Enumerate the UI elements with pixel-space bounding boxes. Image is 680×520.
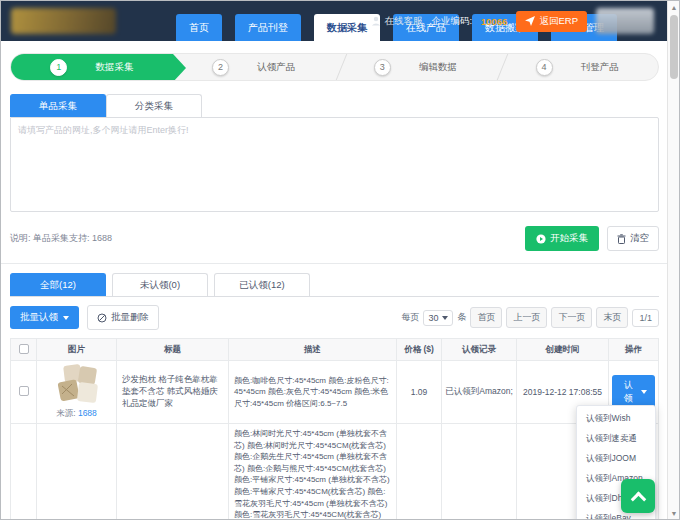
- page-last-button[interactable]: 末页: [596, 307, 628, 328]
- header-title: 标题: [117, 339, 229, 361]
- chevron-down-icon: [641, 390, 647, 394]
- step-separator: [497, 54, 509, 80]
- start-collect-label: 开始采集: [550, 232, 588, 245]
- start-collect-button[interactable]: 开始采集: [525, 226, 599, 251]
- header-price: 价格 ($): [397, 339, 442, 361]
- scroll-up-arrow-icon[interactable]: ▲: [668, 1, 680, 13]
- step-edit-data[interactable]: 3 编辑数据: [335, 54, 497, 80]
- step-separator: [335, 54, 347, 80]
- header-claim-record: 认领记录: [442, 339, 517, 361]
- main-content: 1 数据采集 2 认领产品 3 编辑数据 4 刊登产品 单品采集 分类采集: [1, 41, 668, 520]
- claim-record: 已认领到Amazon;: [445, 386, 513, 396]
- page-indicator: 1/1: [632, 309, 659, 327]
- topbar-right: 在线客服 企业编码: 10066 返回ERP: [371, 1, 654, 41]
- created-time: 2019-12-12 17:08:55: [523, 387, 602, 397]
- page-next-button[interactable]: 下一页: [551, 307, 592, 328]
- per-page-select[interactable]: 30: [423, 310, 453, 326]
- step-publish-products[interactable]: 4 刊登产品: [496, 54, 658, 80]
- tab-all[interactable]: 全部(12): [10, 273, 106, 296]
- tab-unclaimed[interactable]: 未认领(0): [112, 273, 208, 296]
- step-label: 数据采集: [95, 61, 133, 74]
- header-action: 操作: [609, 339, 659, 361]
- batch-claim-label: 批量认领: [20, 311, 58, 324]
- step-label: 认领产品: [257, 61, 295, 74]
- pagination: 每页 30 条 首页 上一页 下一页 末页 1/1: [401, 307, 659, 328]
- products-table: 图片 标题 描述 价格 ($) 认领记录 创建时间 操作: [10, 338, 659, 520]
- header-image: 图片: [37, 339, 117, 361]
- step-label: 刊登产品: [581, 61, 619, 74]
- play-icon: [536, 234, 546, 244]
- per-page-unit: 条: [457, 311, 466, 324]
- batch-claim-button[interactable]: 批量认领: [10, 306, 79, 329]
- product-title: 沙发抱枕 格子纯色靠枕靠垫套不含芯 韩式风格婚庆礼品定做厂家: [122, 374, 218, 408]
- nav-tab-data-collection[interactable]: 数据采集: [314, 14, 380, 41]
- toolbar-left: 批量认领 批量删除: [10, 305, 159, 330]
- header-created: 创建时间: [517, 339, 609, 361]
- product-desc: 颜色:咖啡色尺寸:45*45cm 颜色:皮粉色尺寸:45*45cm 颜色:灰色尺…: [234, 376, 389, 408]
- company-code-label: 企业编码:: [431, 15, 472, 28]
- step-number: 4: [536, 59, 553, 76]
- top-navbar: 首页 产品刊登 数据采集 在线产品 数据搬家 运营管理 在线客服 企业编码: 1…: [1, 1, 668, 41]
- scrollbar-thumb[interactable]: [670, 15, 678, 79]
- result-tabs: 全部(12) 未认领(0) 已认领(12): [10, 273, 659, 297]
- online-service[interactable]: 在线客服: [371, 15, 422, 28]
- clear-button[interactable]: 清空: [607, 226, 659, 251]
- section-divider: [1, 263, 668, 264]
- tab-single-item-collect[interactable]: 单品采集: [10, 94, 106, 117]
- app-window: 首页 产品刊登 数据采集 在线产品 数据搬家 运营管理 在线客服 企业编码: 1…: [0, 0, 680, 520]
- paper-plane-icon: [525, 16, 535, 26]
- back-to-erp-button[interactable]: 返回ERP: [516, 11, 587, 32]
- product-url-input[interactable]: [10, 117, 659, 212]
- header-desc: 描述: [229, 339, 397, 361]
- clear-label: 清空: [630, 232, 649, 245]
- per-page-value: 30: [428, 313, 438, 323]
- claim-label: 认领: [620, 379, 637, 405]
- row-checkbox[interactable]: [19, 386, 29, 396]
- step-label: 编辑数据: [419, 61, 457, 74]
- source-link[interactable]: 1688: [78, 408, 97, 418]
- claim-button[interactable]: 认领: [612, 375, 655, 409]
- ban-icon: [97, 313, 107, 323]
- product-price: 1.09: [411, 387, 428, 397]
- collect-note: 说明: 单品采集支持: 1688: [10, 232, 112, 245]
- back-to-erp-label: 返回ERP: [539, 15, 578, 28]
- batch-delete-button[interactable]: 批量删除: [87, 305, 159, 330]
- wizard-steps: 1 数据采集 2 认领产品 3 编辑数据 4 刊登产品: [10, 53, 659, 81]
- step-claim-products[interactable]: 2 认领产品: [173, 54, 335, 80]
- batch-delete-label: 批量删除: [111, 311, 149, 324]
- list-toolbar: 批量认领 批量删除 每页 30 条 首页 上一页 下一页 末页: [10, 305, 659, 330]
- online-service-label: 在线客服: [384, 15, 422, 28]
- step-number: 3: [374, 59, 391, 76]
- collect-tabs: 单品采集 分类采集: [10, 94, 659, 117]
- nav-tab-product-listing[interactable]: 产品刊登: [235, 14, 301, 41]
- table-header-row: 图片 标题 描述 价格 ($) 认领记录 创建时间 操作: [11, 339, 659, 361]
- trash-icon: [617, 234, 626, 244]
- nav-tab-home[interactable]: 首页: [176, 14, 222, 41]
- menu-item-claim-joom[interactable]: 认领到JOOM: [577, 449, 655, 469]
- back-to-top-button[interactable]: [621, 479, 655, 513]
- page-first-button[interactable]: 首页: [470, 307, 502, 328]
- table-row: 来源: 1688 沙发抱枕 格子纯色靠枕靠垫套不含芯 韩式风格婚庆礼品定做厂家 …: [11, 361, 659, 424]
- select-all-checkbox[interactable]: [19, 344, 29, 354]
- tab-claimed[interactable]: 已认领(12): [214, 273, 310, 296]
- step-number: 2: [212, 59, 229, 76]
- chevron-up-icon: [630, 491, 646, 507]
- menu-item-claim-wish[interactable]: 认领到Wish: [577, 409, 655, 429]
- page-prev-button[interactable]: 上一页: [506, 307, 547, 328]
- product-image[interactable]: [54, 364, 100, 404]
- per-page-label: 每页: [401, 311, 419, 324]
- menu-item-claim-aliexpress[interactable]: 认领到速卖通: [577, 429, 655, 449]
- vertical-scrollbar[interactable]: ▲ ▼: [667, 1, 679, 519]
- scroll-down-arrow-icon[interactable]: ▼: [668, 507, 680, 519]
- chevron-down-icon: [63, 316, 69, 320]
- product-source: 来源: 1688: [40, 408, 113, 420]
- step-number: 1: [50, 59, 67, 76]
- app-logo: [11, 8, 116, 34]
- table-row: 简约纯色抱枕靠垫办公室沙发午睡靠枕床头靠垫套 颜色:林间时光尺寸:45*45cm…: [11, 424, 659, 520]
- tab-category-collect[interactable]: 分类采集: [106, 94, 202, 117]
- step-data-collection[interactable]: 1 数据采集: [11, 54, 173, 80]
- collect-footer: 说明: 单品采集支持: 1688 开始采集 清空: [10, 226, 659, 251]
- user-account-area[interactable]: [596, 8, 654, 34]
- product-desc: 颜色:林间时光尺寸:45*45cm (单独枕套不含芯) 颜色:林间时光尺寸:45…: [234, 429, 390, 520]
- person-icon: [371, 16, 381, 26]
